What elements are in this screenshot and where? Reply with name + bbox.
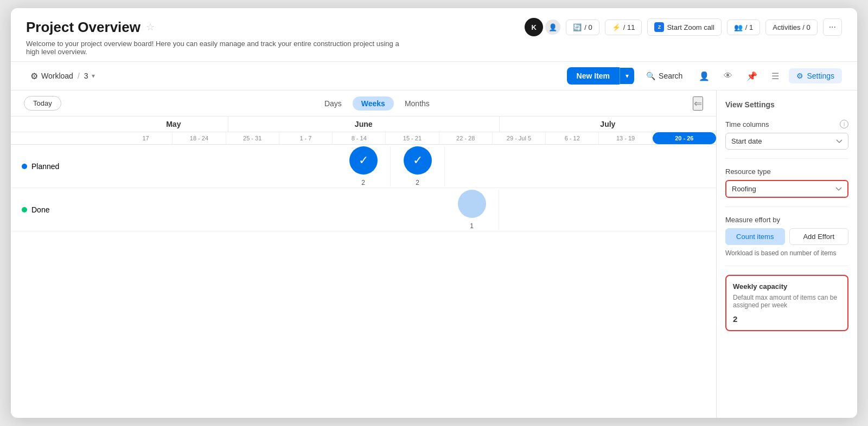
- cell-15-21: ✓ 2: [391, 146, 445, 186]
- planned-dot: [22, 164, 27, 169]
- settings-icon: ⚙: [796, 72, 803, 80]
- rows-container: Planned ✓ 2: [11, 145, 716, 418]
- toolbar: ⚙ Workload / 3 ▾ New Item ▾ 🔍 Search 👤 👁…: [11, 62, 857, 91]
- eye-icon-btn[interactable]: 👁: [719, 68, 737, 84]
- zoom-count-value: / 0: [584, 23, 592, 31]
- resource-type-section: Resource type Roofing Flooring Electrica…: [725, 167, 848, 198]
- activities-btn[interactable]: Activities / 0: [765, 20, 817, 35]
- effort-icon: ⚡: [612, 23, 621, 31]
- done-label: Done: [11, 205, 119, 214]
- collapse-icon[interactable]: ⇐: [693, 96, 703, 111]
- avatar-group: K 👤: [525, 18, 560, 36]
- week-25-31: 25 - 31: [226, 132, 279, 144]
- done-dot: [22, 207, 27, 212]
- workload-button[interactable]: ⚙ Workload / 3 ▾: [26, 69, 99, 83]
- info-icon[interactable]: i: [840, 120, 848, 128]
- planned-bubble-2[interactable]: ✓: [404, 146, 432, 175]
- new-item-button[interactable]: New Item ▾: [567, 67, 634, 85]
- toolbar-right: New Item ▾ 🔍 Search 👤 👁 📌 ☰ ⚙ Settings: [567, 67, 842, 85]
- chevron-down-icon: ▾: [92, 72, 95, 80]
- time-tabs: Days Weeks Months: [316, 96, 438, 111]
- cell-8-14: ✓ 2: [336, 146, 391, 186]
- resource-type-select[interactable]: Roofing Flooring Electrical Plumbing: [725, 180, 848, 198]
- search-icon: 🔍: [646, 72, 655, 80]
- zoom-count-btn[interactable]: 🔄 / 0: [566, 20, 599, 35]
- filter-icon-btn[interactable]: ☰: [767, 68, 783, 85]
- week-13-19: 13 - 19: [599, 132, 652, 144]
- effort-count-value: / 11: [623, 23, 635, 31]
- main-content: Today Days Weeks Months ⇐ May June July …: [11, 91, 857, 418]
- pin-icon-btn[interactable]: 📌: [742, 68, 762, 85]
- page-title: Project Overview: [26, 19, 141, 36]
- weekly-capacity-box: Weekly capacity Default max amount of it…: [725, 275, 848, 331]
- done-cells: 1: [119, 190, 716, 230]
- settings-label: Settings: [807, 72, 834, 80]
- planned-bubble-1[interactable]: ✓: [349, 146, 378, 175]
- workload-icon: ⚙: [30, 71, 38, 81]
- time-columns-select[interactable]: Start date: [725, 133, 848, 150]
- time-columns-section: Time columns i Start date: [725, 120, 848, 150]
- planned-cells: ✓ 2 ✓ 2: [119, 146, 716, 186]
- search-label: Search: [659, 72, 682, 80]
- person-icon-btn[interactable]: 👤: [694, 68, 714, 85]
- month-june: June: [228, 117, 500, 132]
- workload-label: Workload: [41, 72, 73, 80]
- week-1-7: 1 - 7: [279, 132, 333, 144]
- resource-type-label: Resource type: [725, 167, 848, 176]
- time-columns-label: Time columns: [725, 120, 769, 128]
- more-button[interactable]: ···: [823, 18, 842, 36]
- main-window: Project Overview ☆ K 👤 🔄 / 0 ⚡ / 11: [11, 8, 857, 418]
- row-label-space: [11, 132, 119, 144]
- settings-button[interactable]: ⚙ Settings: [789, 68, 842, 83]
- week-6-12: 6 - 12: [546, 132, 599, 144]
- week-17: 17: [119, 132, 173, 144]
- avatar-icon: 👤: [545, 20, 560, 35]
- weekly-capacity-value: 2: [733, 314, 841, 324]
- start-zoom-button[interactable]: Z Start Zoom call: [647, 18, 721, 36]
- panel-title: View Settings: [725, 100, 848, 109]
- count-items-button[interactable]: Count items: [725, 228, 785, 245]
- done-bubble-1[interactable]: [458, 190, 486, 218]
- week-18-24: 18 - 24: [173, 132, 226, 144]
- week-8-14: 8 - 14: [333, 132, 386, 144]
- add-effort-button[interactable]: Add Effort: [789, 228, 849, 245]
- measure-effort-section: Measure effort by Count items Add Effort…: [725, 216, 848, 257]
- new-item-dropdown[interactable]: ▾: [620, 68, 634, 84]
- people-btn[interactable]: 👥 / 1: [727, 20, 760, 35]
- week-20-26: 20 - 26: [653, 132, 716, 144]
- header: Project Overview ☆ K 👤 🔄 / 0 ⚡ / 11: [11, 8, 857, 62]
- search-button[interactable]: 🔍 Search: [640, 68, 689, 83]
- planned-row: Planned ✓ 2: [11, 145, 716, 188]
- toolbar-left: ⚙ Workload / 3 ▾: [26, 69, 99, 83]
- page-subtitle: Welcome to your project overview board! …: [26, 40, 406, 56]
- week-header: 17 18 - 24 25 - 31 1 - 7 8 - 14 15 - 21 …: [11, 132, 716, 145]
- week-15-21: 15 - 21: [386, 132, 439, 144]
- month-labels: May June July: [11, 117, 716, 132]
- tab-days[interactable]: Days: [316, 96, 350, 111]
- activities-label: Activities / 0: [773, 23, 810, 31]
- weekly-capacity-desc: Default max amount of items can be assig…: [733, 294, 841, 309]
- workload-info: Workload is based on number of items: [725, 249, 848, 257]
- effort-count-btn[interactable]: ⚡ / 11: [605, 20, 642, 35]
- divider-1: [725, 158, 848, 159]
- today-button[interactable]: Today: [24, 96, 61, 111]
- week-22-28: 22 - 28: [439, 132, 493, 144]
- people-icon: 👥: [734, 23, 743, 31]
- new-item-main[interactable]: New Item: [567, 67, 620, 85]
- workload-count: 3: [84, 72, 88, 80]
- right-panel: View Settings Time columns i Start date …: [716, 91, 857, 418]
- tab-months[interactable]: Months: [396, 96, 438, 111]
- planned-count-2: 2: [416, 179, 419, 186]
- month-may: May: [119, 117, 228, 132]
- divider-3: [725, 266, 848, 266]
- star-icon[interactable]: ☆: [146, 21, 155, 33]
- measure-effort-label: Measure effort by: [725, 216, 848, 224]
- view-controls: Today Days Weeks Months ⇐: [11, 91, 716, 117]
- avatar: K: [525, 18, 543, 36]
- done-count-1: 1: [470, 222, 474, 230]
- planned-count-1: 2: [361, 179, 365, 186]
- planned-label: Planned: [11, 162, 119, 171]
- zoom-count-icon: 🔄: [573, 23, 582, 31]
- tab-weeks[interactable]: Weeks: [353, 96, 394, 111]
- zoom-label: Start Zoom call: [667, 23, 714, 31]
